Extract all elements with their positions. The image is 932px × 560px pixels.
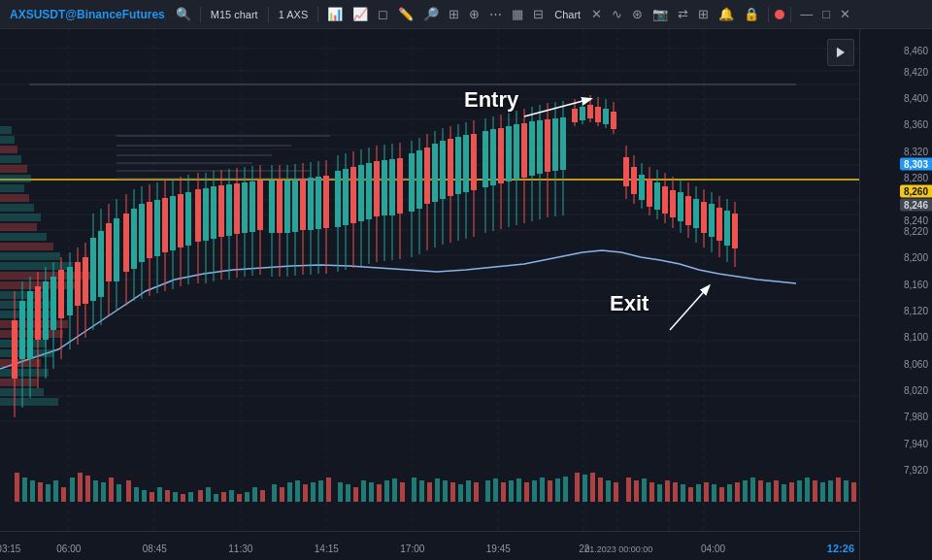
play-button[interactable] xyxy=(827,39,854,66)
svg-rect-79 xyxy=(83,257,88,304)
x-label-0600: 06:00 xyxy=(56,544,81,554)
svg-rect-255 xyxy=(134,487,139,502)
y-label-8460: 8,460 xyxy=(904,45,928,55)
svg-rect-341 xyxy=(828,480,833,502)
svg-rect-129 xyxy=(284,181,290,233)
svg-rect-54 xyxy=(0,175,31,182)
y-label-8160: 8,160 xyxy=(904,279,928,289)
svg-rect-306 xyxy=(548,480,552,502)
svg-rect-131 xyxy=(292,180,298,232)
svg-rect-317 xyxy=(642,478,647,502)
svg-rect-293 xyxy=(443,480,448,502)
svg-rect-105 xyxy=(185,192,191,246)
bar-chart-icon[interactable]: 📊 xyxy=(324,5,346,23)
symbol-label[interactable]: AXSUSDT@BinanceFutures xyxy=(6,6,169,23)
svg-rect-185 xyxy=(514,124,519,180)
crosshair-icon[interactable]: ⊕ xyxy=(466,5,483,23)
y-badge-8246: 8,246 xyxy=(900,198,932,211)
y-label-7920: 7,920 xyxy=(904,465,928,476)
zoom-icon[interactable]: 🔎 xyxy=(420,5,442,23)
svg-rect-50 xyxy=(0,214,41,221)
svg-rect-121 xyxy=(250,181,255,232)
svg-rect-31 xyxy=(0,398,58,406)
svg-rect-305 xyxy=(540,478,545,502)
svg-rect-273 xyxy=(280,487,284,502)
svg-rect-269 xyxy=(245,492,250,502)
svg-line-346 xyxy=(670,286,709,330)
svg-rect-256 xyxy=(142,490,147,502)
svg-rect-97 xyxy=(154,200,160,256)
screenshot-icon[interactable]: 📷 xyxy=(649,5,671,23)
compare-icon[interactable]: ⊞ xyxy=(695,5,712,23)
svg-rect-278 xyxy=(318,480,323,502)
maximize-icon[interactable]: □ xyxy=(819,5,833,23)
svg-rect-339 xyxy=(813,480,817,502)
svg-rect-163 xyxy=(424,148,430,204)
qty-label[interactable]: 1 AXS xyxy=(275,7,313,22)
svg-rect-263 xyxy=(198,490,203,502)
area-icon[interactable]: ◻ xyxy=(375,5,391,23)
svg-rect-257 xyxy=(150,492,154,502)
svg-rect-330 xyxy=(743,480,748,502)
svg-rect-311 xyxy=(590,473,595,502)
scale-icon[interactable]: ⊟ xyxy=(530,5,547,23)
svg-rect-312 xyxy=(598,478,603,502)
svg-rect-227 xyxy=(685,196,691,225)
svg-rect-251 xyxy=(101,482,106,502)
svg-rect-332 xyxy=(758,480,763,502)
grid-icon[interactable]: ▦ xyxy=(509,5,526,23)
svg-rect-46 xyxy=(0,252,60,260)
svg-rect-253 xyxy=(116,484,121,502)
record-button[interactable] xyxy=(775,10,784,19)
svg-rect-63 xyxy=(19,301,25,359)
svg-rect-113 xyxy=(218,185,224,237)
svg-rect-231 xyxy=(701,202,707,233)
svg-rect-199 xyxy=(572,109,578,122)
svg-rect-290 xyxy=(419,480,424,502)
svg-rect-294 xyxy=(450,482,455,502)
svg-rect-75 xyxy=(67,267,73,315)
svg-rect-237 xyxy=(724,211,730,246)
svg-rect-181 xyxy=(498,128,504,183)
svg-rect-233 xyxy=(709,204,715,237)
minimize-icon[interactable]: — xyxy=(797,5,816,23)
interval-label[interactable]: M15 chart xyxy=(207,7,262,22)
svg-rect-71 xyxy=(50,277,56,330)
svg-rect-288 xyxy=(400,482,405,502)
line-icon[interactable]: 📈 xyxy=(350,5,371,23)
y-label-7940: 7,940 xyxy=(904,438,928,448)
svg-rect-304 xyxy=(532,480,537,502)
svg-rect-291 xyxy=(427,482,432,502)
svg-rect-223 xyxy=(670,190,676,217)
svg-rect-211 xyxy=(623,157,629,186)
search-icon[interactable]: 🔍 xyxy=(173,5,194,23)
svg-rect-47 xyxy=(0,243,53,250)
svg-rect-264 xyxy=(206,487,211,502)
svg-rect-69 xyxy=(43,281,49,340)
svg-rect-283 xyxy=(361,480,366,502)
cross-icon[interactable]: ✕ xyxy=(588,5,605,23)
svg-rect-189 xyxy=(529,121,535,176)
lock-icon[interactable]: 🔒 xyxy=(741,5,762,23)
alert-icon[interactable]: 🔔 xyxy=(716,5,737,23)
svg-marker-349 xyxy=(837,48,845,58)
chart-label[interactable]: Chart xyxy=(550,7,584,22)
svg-rect-167 xyxy=(440,141,446,199)
svg-rect-295 xyxy=(458,484,463,502)
svg-rect-297 xyxy=(474,482,479,502)
svg-rect-153 xyxy=(382,160,387,215)
svg-rect-245 xyxy=(53,480,58,502)
svg-rect-285 xyxy=(377,484,382,502)
y-label-8240: 8,240 xyxy=(904,214,928,225)
svg-rect-272 xyxy=(272,484,277,502)
svg-rect-91 xyxy=(131,209,137,269)
svg-rect-33 xyxy=(0,379,37,386)
svg-rect-48 xyxy=(0,233,47,241)
layout-icon[interactable]: ⊞ xyxy=(446,5,462,23)
flip-icon[interactable]: ⇄ xyxy=(675,5,691,23)
close-icon[interactable]: ✕ xyxy=(837,5,853,23)
magnet-icon[interactable]: ⊛ xyxy=(629,5,646,23)
draw-icon[interactable]: ∿ xyxy=(609,5,625,23)
more-icon[interactable]: ⋯ xyxy=(486,5,505,23)
pencil-icon[interactable]: ✏️ xyxy=(395,5,416,23)
